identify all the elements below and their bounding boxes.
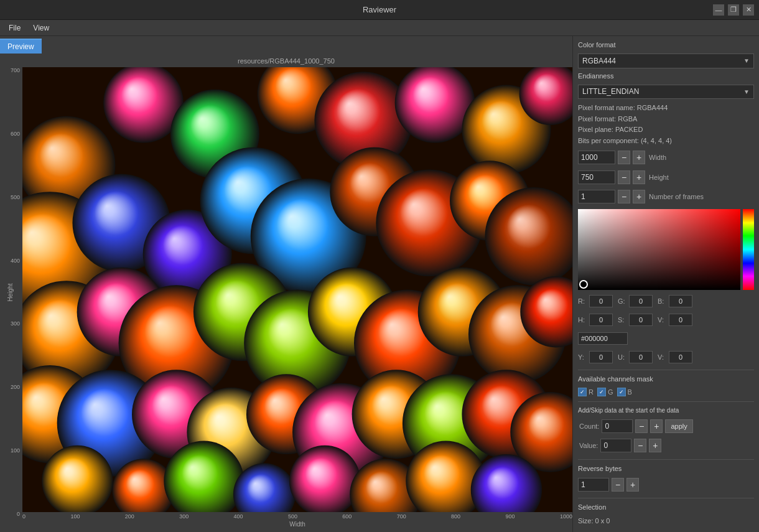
x-tick: 700: [397, 513, 406, 520]
height-decrement[interactable]: −: [618, 170, 630, 184]
gradient-canvas[interactable]: [578, 209, 740, 290]
x-tick: 800: [451, 513, 460, 520]
channels-row: ✓ R ✓ G ✓ B: [578, 388, 754, 396]
title-bar: Raviewer — ❐ ✕: [0, 0, 759, 20]
reverse-bytes-input[interactable]: [578, 478, 609, 492]
color-format-dropdown[interactable]: RGBA444 ▼: [578, 54, 754, 68]
selection-label: Selection: [578, 503, 754, 511]
channel-g[interactable]: ✓ G: [597, 388, 613, 396]
hue-strip[interactable]: [743, 209, 754, 290]
y-tick: 300: [11, 320, 20, 327]
x-tick: 900: [506, 513, 515, 520]
s-label: S:: [618, 316, 626, 324]
pixel-info-line1: Pixel format name: RGBA444: [578, 103, 754, 114]
r-group: R:: [578, 295, 613, 307]
g-input[interactable]: [629, 295, 653, 307]
rgb-row: R: G: B:: [578, 295, 754, 307]
hsv-row: H: S: V:: [578, 314, 754, 326]
value-decrement[interactable]: −: [634, 439, 646, 452]
y-tick: 100: [11, 447, 20, 454]
x-tick: 100: [70, 513, 80, 520]
restore-button[interactable]: ❐: [728, 4, 739, 16]
frames-input[interactable]: [578, 190, 615, 203]
v2-group: V:: [658, 351, 692, 363]
value-input[interactable]: [600, 439, 631, 452]
yuv-row: Y: U: V:: [578, 351, 754, 363]
s-group: S:: [618, 314, 653, 326]
x-tick: 200: [125, 513, 134, 520]
reverse-bytes-increment[interactable]: +: [626, 478, 639, 492]
frames-decrement[interactable]: −: [618, 190, 630, 203]
endianness-dropdown[interactable]: LITTLE_ENDIAN ▼: [578, 85, 754, 100]
r-input[interactable]: [589, 295, 613, 307]
v-group: V:: [658, 314, 692, 326]
close-button[interactable]: ✕: [743, 4, 754, 16]
menu-view[interactable]: View: [27, 22, 55, 34]
selection-size: Size: 0 x 0: [578, 516, 754, 527]
selection-size-value: 0 x 0: [595, 517, 610, 525]
hex-input[interactable]: [578, 332, 628, 345]
pixel-info: Pixel format name: RGBA444 Pixel format:…: [578, 103, 754, 146]
x-axis: 0 100 200 300 400 500 600 700 800 900 10…: [22, 512, 572, 532]
value-row: Value: − +: [578, 438, 754, 453]
menu-file[interactable]: File: [2, 22, 27, 34]
count-increment[interactable]: +: [650, 419, 663, 433]
image-canvas[interactable]: [22, 67, 572, 512]
main-content: Preview resources/RGBA444_1000_750 Heigh…: [0, 36, 759, 532]
y-label: Y:: [578, 353, 587, 361]
channel-g-check: ✓: [597, 388, 606, 396]
y-tick: 400: [11, 258, 20, 264]
s-input[interactable]: [629, 314, 653, 326]
channel-r[interactable]: ✓ R: [578, 388, 594, 396]
y-ticks: 700 600 500 400 300 200 100 0: [0, 67, 22, 517]
width-increment[interactable]: +: [633, 151, 645, 164]
channel-b[interactable]: ✓ B: [617, 388, 632, 396]
color-picker-area[interactable]: [578, 209, 754, 290]
tab-preview[interactable]: Preview: [0, 39, 42, 54]
image-filename: resources/RGBA444_1000_750: [0, 56, 572, 67]
x-ticks: 0 100 200 300 400 500 600 700 800 900 10…: [22, 512, 572, 521]
v-label: V:: [658, 316, 666, 324]
color-gradient[interactable]: [578, 209, 740, 290]
minimize-button[interactable]: —: [713, 4, 724, 16]
v-input[interactable]: [669, 314, 692, 326]
viewer-panel: Preview resources/RGBA444_1000_750 Heigh…: [0, 36, 572, 532]
count-input[interactable]: [602, 419, 633, 433]
frames-increment[interactable]: +: [633, 190, 645, 203]
channels-mask-label: Available channels mask: [578, 375, 754, 383]
image-wrapper[interactable]: [22, 67, 572, 512]
u-input[interactable]: [629, 351, 653, 363]
selection-size-label: Size:: [578, 517, 593, 525]
x-tick: 300: [179, 513, 189, 520]
height-row: − + Height: [578, 170, 754, 185]
value-increment[interactable]: +: [649, 439, 661, 452]
count-decrement[interactable]: −: [635, 419, 648, 433]
y-tick: 700: [11, 67, 20, 73]
b-group: B:: [658, 295, 692, 307]
pixel-info-line2: Pixel format: RGBA: [578, 114, 754, 125]
width-row: − + Width: [578, 150, 754, 165]
width-input[interactable]: [578, 151, 615, 164]
apply-button[interactable]: apply: [665, 419, 692, 433]
value-label: Value:: [579, 442, 598, 449]
width-decrement[interactable]: −: [618, 151, 630, 164]
frames-label: Number of frames: [649, 193, 704, 200]
frames-row: − + Number of frames: [578, 189, 754, 204]
y-input[interactable]: [589, 351, 613, 363]
channel-r-label: R: [589, 388, 594, 396]
height-input[interactable]: [578, 170, 615, 184]
h-input[interactable]: [589, 314, 613, 326]
y-tick: 200: [11, 384, 20, 390]
height-increment[interactable]: +: [633, 170, 645, 184]
y-group: Y:: [578, 351, 613, 363]
v2-input[interactable]: [669, 351, 692, 363]
count-label: Count:: [579, 422, 599, 430]
reverse-bytes-decrement[interactable]: −: [612, 478, 624, 492]
menu-bar: File View: [0, 20, 759, 36]
y-axis: Height 700 600 500 400 300 200 100 0: [0, 67, 22, 517]
b-input[interactable]: [669, 295, 692, 307]
x-tick: 600: [342, 513, 352, 520]
u-group: U:: [618, 351, 653, 363]
y-tick: 600: [11, 131, 20, 137]
b-label: B:: [658, 297, 666, 305]
